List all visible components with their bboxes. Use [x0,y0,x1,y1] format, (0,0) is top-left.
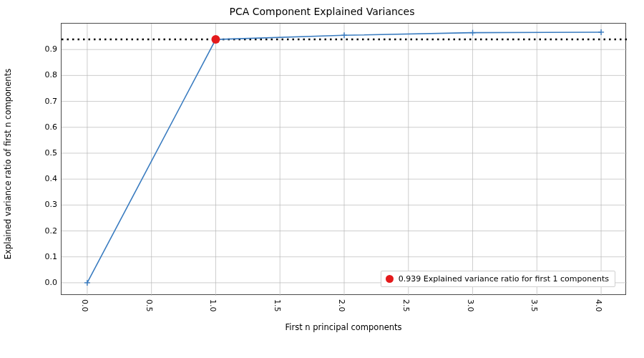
xtick-label: 2.0 [337,299,346,312]
chart-container: PCA Component Explained Variances 0.939 … [0,0,644,358]
plot-area: 0.939 Explained variance ratio for first… [61,23,626,295]
highlight-marker [211,35,220,44]
ytick-label: 0.6 [37,122,57,131]
xtick-label: 1.0 [208,299,218,312]
xtick-label: 0.5 [145,299,154,312]
ytick-label: 0.9 [37,44,57,54]
legend-marker-icon [386,275,394,283]
ytick-label: 0.5 [37,147,57,157]
xtick-label: 0.0 [80,299,89,312]
legend: 0.939 Explained variance ratio for first… [381,271,615,287]
xtick-label: 2.5 [401,299,411,312]
ytick-label: 0.1 [37,251,57,261]
xtick-label: 3.0 [466,299,475,312]
xtick-label: 3.5 [530,299,539,312]
x-axis-label: First n principal components [61,322,626,332]
ytick-label: 0.2 [37,226,57,235]
xtick-label: 1.5 [273,299,282,312]
ytick-label: 0.3 [37,200,57,209]
ytick-label: 0.8 [37,70,57,79]
legend-text: 0.939 Explained variance ratio for first… [399,274,609,284]
ytick-label: 0.4 [37,174,57,183]
xtick-label: 4.0 [594,299,603,312]
line-layer [62,24,625,294]
ytick-label: 0.7 [37,96,57,105]
y-axis-label: Explained variance ratio of first n comp… [3,28,13,300]
chart-title: PCA Component Explained Variances [0,6,644,17]
ytick-label: 0.0 [37,277,57,286]
